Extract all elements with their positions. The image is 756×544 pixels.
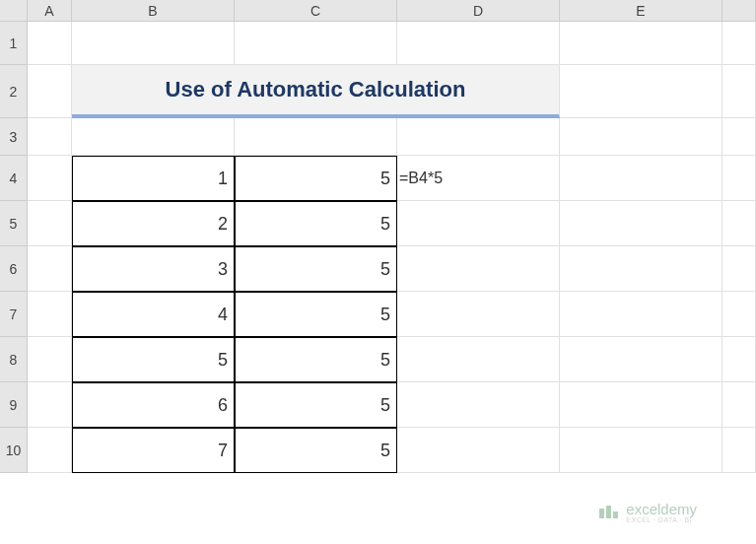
cell-D8[interactable] <box>397 337 560 382</box>
cell-F10[interactable] <box>722 428 756 473</box>
cell-F1[interactable] <box>722 22 756 65</box>
cell-F7[interactable] <box>722 292 756 337</box>
cell-C8[interactable]: 5 <box>235 337 397 382</box>
cell-B10[interactable]: 7 <box>72 428 235 473</box>
cell-C7[interactable]: 5 <box>235 292 397 337</box>
row-header-3[interactable]: 3 <box>0 118 28 156</box>
cell-A4[interactable] <box>28 156 72 201</box>
cell-A5[interactable] <box>28 201 72 246</box>
cell-E6[interactable] <box>560 246 722 292</box>
cell-B3[interactable] <box>72 118 235 156</box>
row-3: 3 <box>0 118 756 156</box>
row-header-6[interactable]: 6 <box>0 246 28 292</box>
row-7: 7 4 5 <box>0 292 756 337</box>
cell-E5[interactable] <box>560 201 722 246</box>
watermark: exceldemy EXCEL · DATA · BI <box>596 501 697 524</box>
cell-F2[interactable] <box>722 65 756 118</box>
row-4: 4 1 5 =B4*5 <box>0 156 756 201</box>
cell-C6[interactable]: 5 <box>235 246 397 292</box>
cell-E2[interactable] <box>560 65 722 118</box>
cell-A9[interactable] <box>28 382 72 428</box>
cell-E3[interactable] <box>560 118 722 156</box>
watermark-icon <box>596 501 620 524</box>
col-header-C[interactable]: C <box>235 0 397 22</box>
cell-E1[interactable] <box>560 22 722 65</box>
cell-C4[interactable]: 5 <box>235 156 397 201</box>
svg-rect-0 <box>599 509 604 518</box>
cell-E10[interactable] <box>560 428 722 473</box>
cell-F6[interactable] <box>722 246 756 292</box>
row-header-5[interactable]: 5 <box>0 201 28 246</box>
cell-C3[interactable] <box>235 118 397 156</box>
cell-D6[interactable] <box>397 246 560 292</box>
cell-F4[interactable] <box>722 156 756 201</box>
svg-rect-2 <box>613 511 618 518</box>
row-header-2[interactable]: 2 <box>0 65 28 118</box>
cell-A3[interactable] <box>28 118 72 156</box>
cell-D9[interactable] <box>397 382 560 428</box>
row-5: 5 2 5 <box>0 201 756 246</box>
row-1: 1 <box>0 22 756 65</box>
cell-E8[interactable] <box>560 337 722 382</box>
cell-A1[interactable] <box>28 22 72 65</box>
watermark-text: exceldemy EXCEL · DATA · BI <box>626 502 697 523</box>
row-9: 9 6 5 <box>0 382 756 428</box>
row-header-4[interactable]: 4 <box>0 156 28 201</box>
cell-A6[interactable] <box>28 246 72 292</box>
cell-D5[interactable] <box>397 201 560 246</box>
col-header-B[interactable]: B <box>72 0 235 22</box>
cell-B1[interactable] <box>72 22 235 65</box>
svg-rect-1 <box>606 506 611 518</box>
cell-D10[interactable] <box>397 428 560 473</box>
select-all-corner[interactable] <box>0 0 28 22</box>
cell-D4-formula[interactable]: =B4*5 <box>397 156 560 201</box>
cell-D7[interactable] <box>397 292 560 337</box>
row-8: 8 5 5 <box>0 337 756 382</box>
cell-A2[interactable] <box>28 65 72 118</box>
row-header-8[interactable]: 8 <box>0 337 28 382</box>
cell-F9[interactable] <box>722 382 756 428</box>
cell-A10[interactable] <box>28 428 72 473</box>
row-header-1[interactable]: 1 <box>0 22 28 65</box>
cell-C1[interactable] <box>235 22 397 65</box>
cell-B4[interactable]: 1 <box>72 156 235 201</box>
cell-F3[interactable] <box>722 118 756 156</box>
cell-F8[interactable] <box>722 337 756 382</box>
row-header-7[interactable]: 7 <box>0 292 28 337</box>
cell-B5[interactable]: 2 <box>72 201 235 246</box>
cell-B9[interactable]: 6 <box>72 382 235 428</box>
cell-E9[interactable] <box>560 382 722 428</box>
title-cell[interactable]: Use of Automatic Calculation <box>72 65 560 118</box>
col-header-A[interactable]: A <box>28 0 72 22</box>
cell-B7[interactable]: 4 <box>72 292 235 337</box>
watermark-sub: EXCEL · DATA · BI <box>626 516 697 523</box>
cell-E7[interactable] <box>560 292 722 337</box>
cell-A8[interactable] <box>28 337 72 382</box>
column-headers: A B C D E <box>0 0 756 22</box>
row-header-10[interactable]: 10 <box>0 428 28 473</box>
cell-D1[interactable] <box>397 22 560 65</box>
cell-B6[interactable]: 3 <box>72 246 235 292</box>
row-header-9[interactable]: 9 <box>0 382 28 428</box>
col-header-D[interactable]: D <box>397 0 560 22</box>
cell-D3[interactable] <box>397 118 560 156</box>
cell-B8[interactable]: 5 <box>72 337 235 382</box>
cell-F5[interactable] <box>722 201 756 246</box>
cell-E4[interactable] <box>560 156 722 201</box>
cell-C9[interactable]: 5 <box>235 382 397 428</box>
row-6: 6 3 5 <box>0 246 756 292</box>
watermark-main: exceldemy <box>626 502 697 516</box>
cell-A7[interactable] <box>28 292 72 337</box>
spreadsheet-grid: A B C D E 1 2 Use of Automatic Calculati… <box>0 0 756 473</box>
cell-C10[interactable]: 5 <box>235 428 397 473</box>
col-header-F[interactable] <box>722 0 756 22</box>
row-10: 10 7 5 <box>0 428 756 473</box>
row-2: 2 Use of Automatic Calculation <box>0 65 756 118</box>
col-header-E[interactable]: E <box>560 0 722 22</box>
cell-C5[interactable]: 5 <box>235 201 397 246</box>
